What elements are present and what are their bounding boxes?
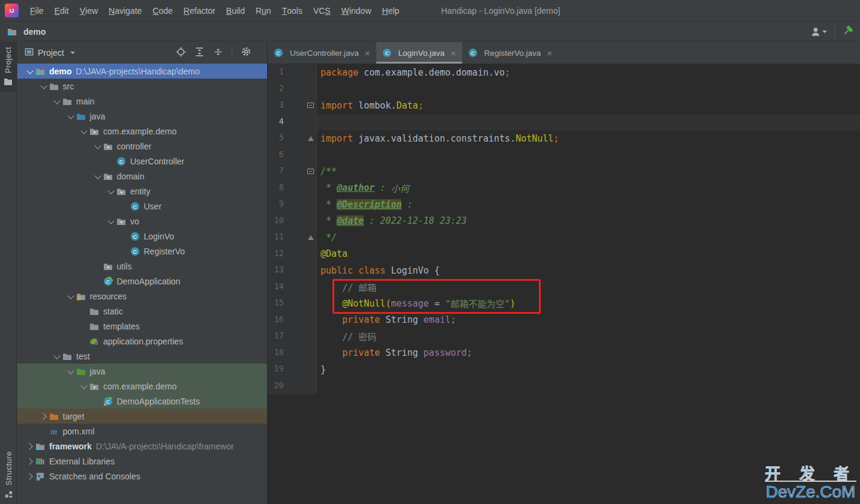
chevron-expanded-icon[interactable] [65, 112, 76, 121]
stripe-button-structure[interactable]: Structure [0, 446, 17, 504]
close-tab-icon[interactable]: × [365, 48, 370, 58]
code-text[interactable]: private String password; [317, 345, 860, 362]
tree-item-demo[interactable]: demoD:\JAVA-projects\Handicap\demo [17, 64, 267, 79]
menu-vcs[interactable]: VCS [308, 0, 336, 21]
code-text[interactable]: @NotNull(message = "邮箱不能为空") [317, 295, 860, 312]
close-tab-icon[interactable]: × [547, 48, 552, 58]
tree-item-demoapplicationtests[interactable]: CDemoApplicationTests [17, 394, 267, 409]
code-text[interactable]: */ [317, 229, 860, 246]
tree-item-entity[interactable]: entity [17, 184, 267, 199]
code-text[interactable]: // 邮箱 [317, 279, 860, 296]
code-line-12[interactable]: 12@Data [268, 246, 860, 263]
stripe-button-project[interactable]: Project [0, 42, 16, 92]
fold-region-start-icon[interactable] [307, 103, 314, 108]
tree-item-templates[interactable]: templates [17, 319, 267, 334]
code-line-17[interactable]: 17 // 密码 [268, 328, 860, 345]
locate-file-button[interactable] [176, 47, 186, 59]
menu-edit[interactable]: Edit [49, 0, 74, 21]
chevron-collapsed-icon[interactable] [38, 412, 49, 421]
chevron-collapsed-icon[interactable] [25, 457, 35, 466]
code-line-6[interactable]: 6 [268, 147, 860, 164]
menu-build[interactable]: Build [221, 0, 250, 21]
code-line-9[interactable]: 9 * @Description : [268, 196, 860, 213]
tree-item-usercontroller[interactable]: CUserController [17, 154, 267, 169]
collapse-all-button[interactable] [213, 47, 223, 59]
chevron-expanded-icon[interactable] [52, 97, 62, 106]
chevron-expanded-icon[interactable] [65, 367, 76, 376]
code-line-11[interactable]: 11 */ [268, 229, 860, 246]
tree-item-com-example-demo[interactable]: com.example.demo [17, 124, 267, 139]
code-line-1[interactable]: 1package com.example.demo.domain.vo; [268, 64, 860, 81]
code-text[interactable] [317, 378, 860, 395]
code-line-20[interactable]: 20 [268, 378, 860, 395]
code-text[interactable]: // 密码 [317, 328, 860, 345]
tree-item-target[interactable]: target [17, 409, 267, 424]
code-text[interactable]: private String email; [317, 312, 860, 329]
editor-gutter[interactable]: 5 [268, 130, 317, 147]
chevron-collapsed-icon[interactable] [25, 442, 35, 451]
breadcrumb-project-name[interactable]: demo [23, 27, 46, 37]
fold-region-start-icon[interactable] [307, 169, 314, 174]
tree-item-domain[interactable]: domain [17, 169, 267, 184]
tree-item-src[interactable]: src [17, 79, 267, 94]
tree-item-application-properties[interactable]: application.properties [17, 334, 267, 349]
code-text[interactable]: package com.example.demo.domain.vo; [317, 64, 860, 81]
chevron-expanded-icon[interactable] [106, 217, 116, 226]
editor-gutter[interactable]: 20 [268, 378, 317, 395]
tree-item-com-example-demo[interactable]: com.example.demo [17, 379, 267, 394]
code-text[interactable]: * @author : 小何 [317, 180, 860, 197]
code-line-13[interactable]: 13public class LoginVo { [268, 262, 860, 279]
menu-view[interactable]: View [74, 0, 103, 21]
chevron-expanded-icon[interactable] [79, 127, 89, 136]
editor-gutter[interactable]: 15 [268, 295, 317, 312]
menu-window[interactable]: Window [336, 0, 377, 21]
tree-item-static[interactable]: static [17, 304, 267, 319]
editor-body[interactable]: 1package com.example.demo.domain.vo;23im… [268, 64, 860, 504]
editor-gutter[interactable]: 17 [268, 328, 317, 345]
code-line-16[interactable]: 16 private String email; [268, 312, 860, 329]
expand-all-button[interactable] [194, 47, 205, 59]
editor-gutter[interactable]: 1 [268, 64, 317, 81]
editor-gutter[interactable]: 16 [268, 312, 317, 329]
code-text[interactable]: import lombok.Data; [317, 97, 860, 114]
tree-item-vo[interactable]: vo [17, 214, 267, 229]
tree-item-test[interactable]: test [17, 349, 267, 364]
editor-gutter[interactable]: 11 [268, 229, 317, 246]
chevron-expanded-icon[interactable] [25, 67, 35, 76]
menu-file[interactable]: File [25, 0, 49, 21]
editor-gutter[interactable]: 9 [268, 196, 317, 213]
tree-item-loginvo[interactable]: CLoginVo [17, 229, 267, 244]
editor-gutter[interactable]: 13 [268, 262, 317, 279]
code-text[interactable]: * @Description : [317, 196, 860, 213]
code-line-8[interactable]: 8 * @author : 小何 [268, 180, 860, 197]
editor-gutter[interactable]: 19 [268, 361, 317, 378]
editor-gutter[interactable]: 3 [268, 97, 317, 114]
code-text[interactable]: @Data [317, 246, 860, 263]
tree-item-java[interactable]: java [17, 364, 267, 379]
code-text[interactable]: /** [317, 163, 860, 180]
code-line-7[interactable]: 7/** [268, 163, 860, 180]
tree-item-java[interactable]: java [17, 109, 267, 124]
chevron-expanded-icon[interactable] [52, 352, 62, 361]
close-tab-icon[interactable]: × [451, 48, 456, 58]
menu-refactor[interactable]: Refactor [178, 0, 221, 21]
breadcrumb[interactable]: demo [7, 27, 46, 37]
tab-usercontroller-java[interactable]: CUserController.java× [268, 42, 376, 64]
code-text[interactable]: } [317, 361, 860, 378]
code-text[interactable] [317, 81, 860, 98]
tree-item-resources[interactable]: resources [17, 289, 267, 304]
code-line-19[interactable]: 19} [268, 361, 860, 378]
tree-item-scratches-and-consoles[interactable]: Scratches and Consoles [17, 469, 267, 484]
tree-item-user[interactable]: CUser [17, 199, 267, 214]
menu-navigate[interactable]: Navigate [103, 0, 147, 21]
chevron-expanded-icon[interactable] [79, 382, 89, 391]
tab-loginvo-java[interactable]: CLoginVo.java× [376, 42, 462, 64]
editor-gutter[interactable]: 4 [268, 114, 317, 131]
chevron-expanded-icon[interactable] [38, 82, 49, 91]
tree-item-demoapplication[interactable]: CDemoApplication [17, 274, 267, 289]
editor-gutter[interactable]: 6 [268, 147, 317, 164]
editor-gutter[interactable]: 12 [268, 246, 317, 263]
tree-item-main[interactable]: main [17, 94, 267, 109]
menu-tools[interactable]: Tools [277, 0, 308, 21]
code-line-14[interactable]: 14 // 邮箱 [268, 279, 860, 296]
